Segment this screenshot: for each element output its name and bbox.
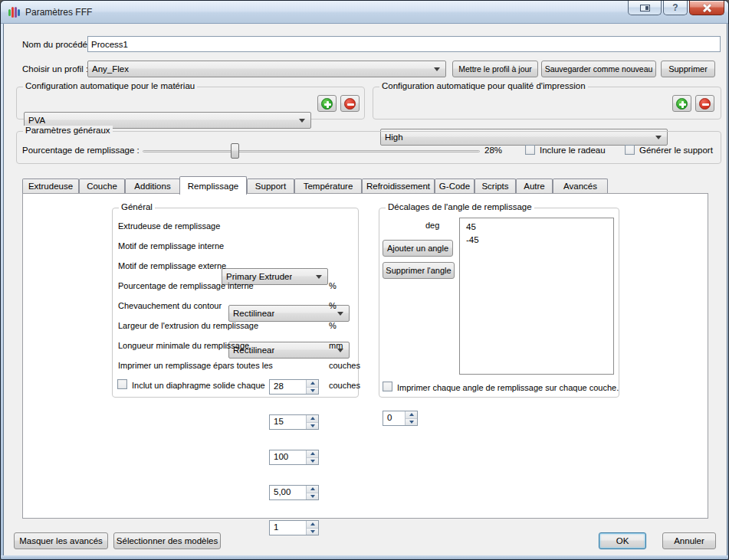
fill-general-title: Général — [119, 202, 155, 211]
angle-value: 0 — [387, 413, 392, 422]
extrusion-width-spinbox[interactable]: 100 — [269, 450, 319, 465]
close-button[interactable] — [689, 1, 724, 15]
min-infill-length-value: 5,00 — [274, 487, 291, 496]
outline-overlap-value: 15 — [274, 417, 284, 426]
solid-diaphragm-label: Inclut un diaphragme solide chaque — [132, 381, 265, 390]
chevron-down-icon — [299, 119, 305, 123]
extrusion-width-unit: % — [329, 321, 337, 330]
profile-label: Choisir un profil : — [22, 64, 88, 74]
min-infill-length-unit: mm — [329, 341, 343, 350]
window-title: Paramètres FFF — [25, 7, 92, 18]
chevron-down-icon — [434, 67, 440, 71]
material-select-value: PVA — [25, 116, 45, 125]
add-quality-button[interactable] — [672, 95, 691, 112]
chevron-down-icon — [337, 312, 343, 316]
min-infill-length-label: Longueur minimale du remplissage — [118, 341, 249, 350]
solid-diaphragm-unit: couches — [329, 381, 360, 390]
infill-slider-track[interactable] — [143, 150, 480, 152]
fill-extruder-label: Extrudeuse de remplissage — [118, 221, 220, 231]
sparse-infill-unit: couches — [329, 361, 360, 370]
window-bottom-frame — [1, 555, 728, 559]
angle-list-item[interactable]: 45 — [460, 221, 613, 234]
include-raft-checkbox[interactable] — [525, 145, 535, 155]
include-raft-label: Inclure le radeau — [540, 146, 606, 155]
sparse-infill-spinbox[interactable]: 1 — [269, 520, 319, 535]
external-pattern-label: Motif de remplissage externe — [118, 261, 226, 270]
material-config-title: Configuration automatique pour le matéri… — [23, 81, 197, 90]
tab-additions[interactable]: Additions — [125, 178, 180, 193]
angle-list-item[interactable]: -45 — [460, 234, 613, 247]
cancel-button[interactable]: Annuler — [662, 532, 716, 549]
outline-overlap-spinbox[interactable]: 15 — [269, 414, 319, 430]
interior-fill-label: Pourcentage de remplissage interne — [118, 281, 254, 290]
profile-select[interactable]: Any_Flex — [87, 61, 446, 77]
sparse-infill-label: Imprimer un remplissage épars toutes les — [118, 361, 273, 370]
panel-icon — [640, 5, 650, 11]
interior-fill-spinbox[interactable]: 28 — [269, 379, 319, 395]
tab-remplissage[interactable]: Remplissage — [179, 176, 247, 195]
infill-percentage-value: 28% — [484, 146, 502, 155]
angle-unit-label: deg — [425, 221, 439, 230]
process-name-input[interactable] — [87, 36, 721, 52]
select-models-button[interactable]: Sélectionner des modèles — [113, 532, 221, 549]
plus-icon — [676, 98, 688, 110]
angle-offsets-title: Décalages de l'angle de remplissage — [386, 202, 534, 211]
help-button[interactable]: ? — [663, 1, 688, 15]
chevron-down-icon — [316, 275, 322, 279]
fill-extruder-value: Primary Extruder — [222, 272, 292, 281]
tab-extrudeuse[interactable]: Extrudeuse — [22, 178, 79, 193]
extrusion-width-value: 100 — [274, 452, 288, 461]
remove-quality-button[interactable] — [695, 95, 714, 112]
window-panel-button[interactable] — [628, 1, 662, 15]
infill-percentage-label: Pourcentage de remplissage : — [22, 146, 140, 155]
generate-support-checkbox[interactable] — [625, 145, 635, 155]
solid-diaphragm-checkbox[interactable] — [117, 379, 127, 389]
minus-icon — [344, 98, 356, 110]
minus-icon — [699, 98, 711, 110]
remove-material-button[interactable] — [340, 95, 360, 112]
angle-per-layer-checkbox[interactable] — [383, 382, 392, 391]
remove-angle-button[interactable]: Supprimer l'angle — [383, 262, 455, 279]
generate-support-label: Générer le support — [639, 146, 713, 155]
interior-fill-unit: % — [329, 281, 337, 290]
quality-config-group: Configuration automatique pour qualité d… — [373, 87, 721, 120]
angle-per-layer-label: Imprimer chaque angle de remplissage sur… — [397, 383, 619, 392]
tab-scripts[interactable]: Scripts — [475, 178, 516, 193]
tab-avances[interactable]: Avancés — [553, 178, 608, 193]
plus-icon — [321, 98, 333, 110]
outline-overlap-unit: % — [329, 301, 337, 310]
infill-slider-handle[interactable] — [231, 143, 239, 159]
interior-fill-value: 28 — [274, 382, 284, 391]
close-icon — [703, 4, 711, 12]
angle-list[interactable]: 45 -45 — [459, 218, 614, 375]
simplify3d-logo-icon — [8, 6, 21, 18]
update-profile-button[interactable]: Mettre le profil à jour — [452, 61, 538, 77]
ok-button[interactable]: OK — [599, 532, 646, 549]
titlebar[interactable]: Paramètres FFF — [1, 1, 728, 24]
tab-couche[interactable]: Couche — [79, 178, 125, 193]
outline-overlap-label: Chevauchement du contour — [118, 301, 222, 310]
process-name-label: Nom du procédé : — [22, 40, 92, 49]
delete-profile-button[interactable]: Supprimer — [661, 61, 715, 77]
internal-pattern-value: Rectilinear — [229, 309, 274, 318]
internal-pattern-label: Motif de remplissage interne — [118, 241, 224, 251]
min-infill-length-spinbox[interactable]: 5,00 — [269, 485, 319, 500]
general-params-title: Paramètres généraux — [23, 126, 113, 135]
add-angle-button[interactable]: Ajouter un angle — [383, 240, 453, 257]
tab-autre[interactable]: Autre — [516, 178, 553, 193]
sparse-infill-value: 1 — [274, 522, 278, 532]
angle-spinbox[interactable]: 0 — [383, 411, 418, 426]
extrusion-width-label: Largeur de l'extrusion du remplissage — [118, 321, 258, 330]
tab-temperature[interactable]: Température — [294, 178, 362, 193]
profile-select-value: Any_Flex — [88, 64, 129, 74]
help-icon: ? — [672, 2, 678, 13]
add-material-button[interactable] — [317, 95, 337, 112]
tab-refroidissement[interactable]: Refroidissement — [362, 178, 435, 193]
fff-settings-dialog: Paramètres FFF ? Nom du procédé : Choisi… — [0, 0, 729, 560]
tab-gcode[interactable]: G-Code — [435, 178, 475, 193]
tab-support[interactable]: Support — [247, 178, 294, 193]
save-as-new-button[interactable]: Sauvegarder comme nouveau — [541, 61, 656, 77]
quality-config-title: Configuration automatique pour qualité d… — [379, 81, 588, 90]
hide-advanced-button[interactable]: Masquer les avancés — [14, 532, 108, 549]
